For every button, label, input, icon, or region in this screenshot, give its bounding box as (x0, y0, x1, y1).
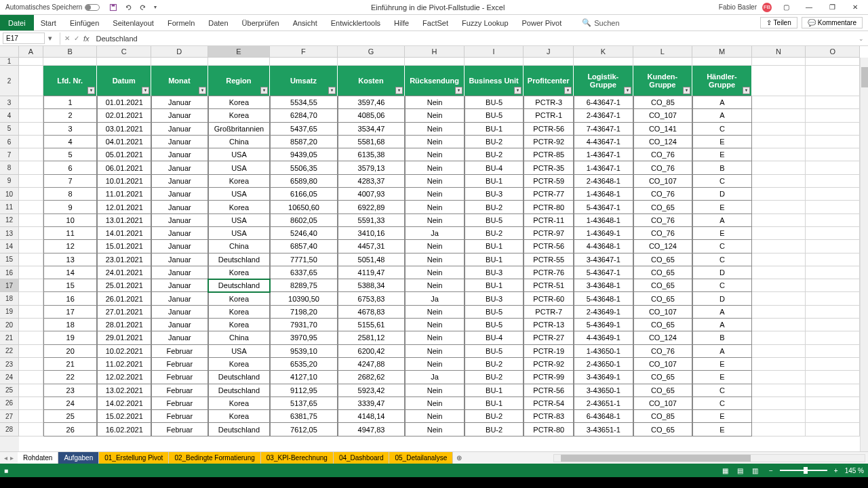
cell[interactable]: Korea (208, 306, 271, 319)
cell[interactable]: BU-5 (465, 96, 524, 109)
cell[interactable]: 5388,34 (338, 279, 406, 292)
cell[interactable]: 6-43648-1 (574, 410, 633, 423)
cell[interactable]: BU-1 (465, 384, 524, 397)
filter-icon[interactable]: ▾ (87, 87, 95, 94)
cell[interactable] (19, 148, 43, 161)
cell[interactable]: Nein (405, 306, 465, 319)
cell[interactable] (806, 279, 860, 292)
cell[interactable]: BU-1 (465, 123, 524, 136)
cell[interactable]: 6337,65 (270, 266, 338, 279)
cell[interactable]: 5-43648-1 (574, 292, 633, 305)
cell[interactable]: Ja (405, 371, 465, 384)
cell[interactable]: 6922,89 (338, 201, 406, 214)
cell[interactable]: 15.02.2021 (97, 410, 151, 423)
cell[interactable]: CO_107 (633, 306, 693, 319)
cell[interactable]: Januar (151, 319, 208, 331)
row-header-22[interactable]: 22 (0, 345, 19, 358)
toggle-icon[interactable] (85, 4, 100, 11)
row-header-16[interactable]: 16 (0, 266, 19, 279)
row-header-7[interactable]: 7 (0, 148, 19, 161)
cell[interactable]: CO_124 (633, 331, 693, 344)
cell[interactable]: E (692, 423, 752, 436)
cell[interactable]: 6381,75 (270, 410, 338, 423)
cell[interactable]: 2-43650-1 (574, 358, 633, 371)
table-header[interactable]: Profitcenter▾ (524, 66, 574, 96)
cell[interactable]: A (692, 306, 752, 319)
cell[interactable]: Korea (208, 410, 271, 423)
cell[interactable]: 12.02.2021 (97, 371, 151, 384)
cell[interactable]: 6 (43, 161, 98, 174)
cell[interactable]: 4947,83 (338, 423, 406, 436)
ribbon-tab-power pivot[interactable]: Power Pivot (515, 15, 569, 30)
cell[interactable]: 2-43649-1 (574, 306, 633, 319)
cell[interactable] (19, 292, 43, 305)
row-header-8[interactable]: 8 (0, 161, 19, 174)
cell[interactable]: Korea (208, 397, 271, 410)
cell[interactable]: 4247,88 (338, 358, 406, 371)
cell[interactable]: USA (208, 161, 271, 174)
cell[interactable] (806, 175, 860, 188)
column-header-A[interactable]: A (19, 46, 43, 58)
cell[interactable] (806, 306, 860, 319)
cell[interactable]: BU-3 (465, 188, 524, 201)
cell[interactable]: CO_124 (633, 240, 693, 253)
cell[interactable]: 16 (43, 292, 98, 305)
cell[interactable]: 25.01.2021 (97, 279, 151, 292)
cell[interactable]: BU-2 (465, 371, 524, 384)
cell[interactable]: Januar (151, 331, 208, 344)
cell[interactable] (151, 58, 208, 66)
cell[interactable] (806, 319, 860, 331)
cell[interactable]: PCTR-3 (524, 96, 574, 109)
cell[interactable]: 15.01.2021 (97, 240, 151, 253)
table-header[interactable]: Region▾ (208, 66, 271, 96)
cell[interactable] (806, 358, 860, 371)
cell[interactable]: 6-43647-1 (574, 96, 633, 109)
cell[interactable] (806, 148, 860, 161)
cell[interactable]: 29.01.2021 (97, 331, 151, 344)
cell[interactable]: PCTR-56 (524, 240, 574, 253)
cell[interactable] (752, 319, 806, 331)
share-button[interactable]: ⇪Teilen (760, 17, 797, 28)
cell[interactable]: C (692, 253, 752, 266)
fx-icon[interactable]: fx (83, 35, 90, 43)
cell[interactable] (752, 136, 806, 148)
cell[interactable]: 23 (43, 384, 98, 397)
cell[interactable] (752, 306, 806, 319)
spreadsheet-grid[interactable]: ABCDEFGHIJKLMNO 123456789101112131415161… (0, 46, 868, 451)
cell[interactable] (19, 96, 43, 109)
cell[interactable] (752, 292, 806, 305)
cell[interactable]: 12.01.2021 (97, 201, 151, 214)
zoom-level[interactable]: 145 % (845, 467, 864, 474)
cell[interactable]: 6857,40 (270, 240, 338, 253)
cell[interactable]: PCTR-80 (524, 201, 574, 214)
filter-icon[interactable]: ▾ (624, 87, 631, 94)
cell[interactable]: Korea (208, 96, 271, 109)
cell[interactable]: BU-2 (465, 136, 524, 148)
cell[interactable] (806, 371, 860, 384)
cell[interactable]: PCTR-7 (524, 306, 574, 319)
cell[interactable]: 06.01.2021 (97, 161, 151, 174)
cell[interactable] (806, 136, 860, 148)
cell[interactable] (524, 58, 574, 66)
cell[interactable] (19, 227, 43, 240)
cell[interactable] (19, 253, 43, 266)
cell[interactable]: 17 (43, 306, 98, 319)
cell[interactable]: 7198,20 (270, 306, 338, 319)
undo-icon[interactable] (124, 3, 132, 12)
cell[interactable]: PCTR-54 (524, 397, 574, 410)
cell[interactable]: PCTR-56 (524, 384, 574, 397)
cell[interactable] (19, 410, 43, 423)
cell[interactable]: CO_65 (633, 384, 693, 397)
cell[interactable] (806, 161, 860, 174)
cell[interactable]: 1-43649-1 (574, 227, 633, 240)
name-box[interactable]: E17 (3, 33, 45, 44)
cell[interactable] (19, 175, 43, 188)
cell[interactable]: 4007,93 (338, 188, 406, 201)
cell[interactable]: 4-43648-1 (574, 240, 633, 253)
cell[interactable]: CO_107 (633, 175, 693, 188)
cell[interactable]: 15 (43, 279, 98, 292)
cell[interactable]: C (692, 384, 752, 397)
row-header-6[interactable]: 6 (0, 136, 19, 148)
row-header-28[interactable]: 28 (0, 423, 19, 436)
cell[interactable]: 1-43647-1 (574, 161, 633, 174)
